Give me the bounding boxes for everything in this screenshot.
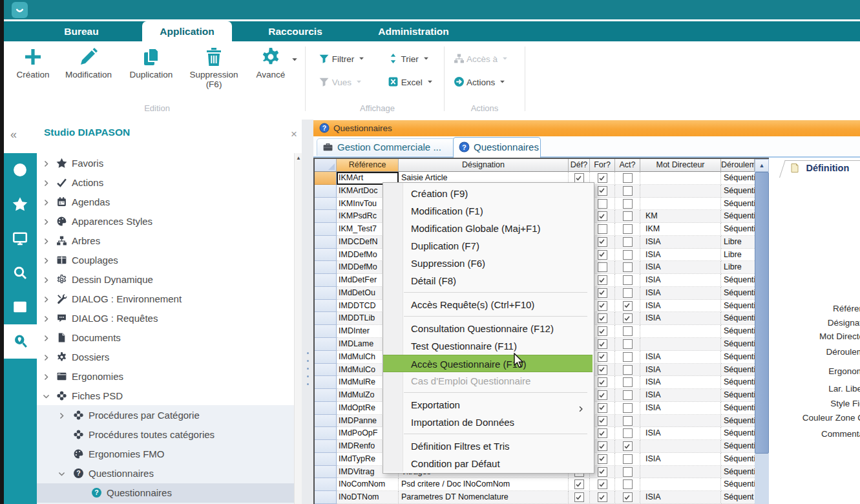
duplication-button[interactable]: Duplication bbox=[121, 47, 181, 79]
checkbox-unchecked[interactable] bbox=[623, 186, 633, 196]
checkbox-unchecked[interactable] bbox=[623, 326, 633, 336]
cell-deroulement[interactable]: Séquenti bbox=[721, 415, 755, 428]
suppression-button[interactable]: Suppression(F6) bbox=[182, 47, 246, 89]
cell-mot-directeur[interactable] bbox=[640, 478, 721, 491]
definition-tab[interactable]: Définition bbox=[790, 162, 849, 174]
chevron-right-icon[interactable] bbox=[42, 236, 50, 245]
row-selector[interactable] bbox=[315, 351, 337, 364]
cell-mot-directeur[interactable] bbox=[640, 325, 721, 338]
cell-deroulement[interactable]: Séquenti bbox=[721, 453, 755, 466]
panel-splitter[interactable] bbox=[302, 120, 313, 504]
checkbox-unchecked[interactable] bbox=[623, 173, 633, 183]
cell-deroulement[interactable]: Séquent bbox=[721, 491, 755, 504]
menu-item-acc-s-requ-te-s-ctrl-f10[interactable]: Accès Requête(s) (Ctrl+F10) bbox=[383, 296, 593, 313]
checkbox-unchecked[interactable] bbox=[623, 211, 633, 221]
row-selector[interactable] bbox=[315, 185, 337, 198]
ribbon-tab-bureau[interactable]: Bureau bbox=[43, 21, 120, 41]
checkbox-checked[interactable] bbox=[598, 250, 607, 260]
chevron-right-icon[interactable] bbox=[42, 159, 50, 167]
tree-item-agendas[interactable]: Agendas bbox=[37, 193, 294, 212]
cell-mot-directeur[interactable] bbox=[640, 172, 721, 185]
cr-ation-button[interactable]: Création bbox=[8, 47, 58, 79]
cell-mot-directeur[interactable] bbox=[640, 338, 721, 351]
chevron-right-icon[interactable] bbox=[42, 217, 50, 226]
cell-deroulement[interactable]: Séquenti bbox=[721, 274, 755, 287]
cell-deroulement[interactable]: Séquenti bbox=[721, 287, 755, 300]
cell-mot-directeur[interactable]: ISIA bbox=[640, 453, 721, 466]
checkbox-unchecked[interactable] bbox=[623, 403, 633, 413]
cell-mot-directeur[interactable] bbox=[640, 415, 721, 428]
checkbox-unchecked[interactable] bbox=[623, 250, 633, 260]
checkbox-checked[interactable] bbox=[623, 313, 633, 323]
ribbon-tab-administration[interactable]: Administration bbox=[369, 21, 458, 41]
menu-item-d-finition-filtres-et-tris[interactable]: Définition Filtres et Tris bbox=[383, 437, 593, 455]
checkbox-unchecked[interactable] bbox=[623, 377, 633, 387]
checkbox-checked[interactable] bbox=[574, 173, 584, 183]
menu-item-acc-s-questionnaire-f10[interactable]: Accès Questionnaire (F10) bbox=[383, 355, 593, 372]
chevron-right-icon[interactable] bbox=[42, 372, 50, 381]
cell-deroulement[interactable]: Séquenti bbox=[721, 312, 755, 325]
cell-deroulement[interactable]: Séquenti bbox=[721, 185, 755, 198]
menu-item-importation-de-donn-es[interactable]: Importation de Données bbox=[383, 414, 593, 431]
checkbox-checked[interactable] bbox=[598, 403, 607, 413]
checkbox-checked[interactable] bbox=[598, 313, 607, 323]
checkbox-checked[interactable] bbox=[623, 301, 633, 311]
chevron-right-icon[interactable] bbox=[42, 178, 50, 187]
checkbox-unchecked[interactable] bbox=[623, 275, 633, 285]
sidebar-close-icon[interactable]: × bbox=[291, 128, 297, 141]
checkbox-checked[interactable] bbox=[623, 492, 633, 502]
checkbox-checked[interactable] bbox=[598, 390, 607, 400]
checkbox-checked[interactable] bbox=[598, 352, 607, 362]
cell-mot-directeur[interactable]: ISIA bbox=[640, 427, 721, 440]
checkbox-checked[interactable] bbox=[598, 326, 607, 336]
ribbon-tab-application[interactable]: Application bbox=[142, 21, 232, 41]
menu-item-condition-par-d-faut[interactable]: Condition par Défaut bbox=[383, 455, 593, 472]
checkbox-unchecked[interactable] bbox=[623, 224, 633, 234]
row-selector[interactable] bbox=[315, 376, 337, 389]
row-selector[interactable] bbox=[315, 249, 337, 262]
checkbox-checked[interactable] bbox=[598, 454, 607, 464]
row-selector[interactable] bbox=[315, 261, 337, 274]
tree-item-couplages[interactable]: Couplages bbox=[37, 251, 294, 270]
tree-item-arbres[interactable]: Arbres bbox=[37, 231, 294, 251]
cell-deroulement[interactable]: Séquenti bbox=[721, 427, 755, 440]
cell-mot-directeur[interactable]: KM bbox=[640, 210, 721, 223]
chevron-right-icon[interactable] bbox=[42, 256, 50, 264]
modification-button[interactable]: Modification bbox=[56, 47, 121, 79]
checkbox-unchecked[interactable] bbox=[623, 479, 633, 489]
tree-item-favoris[interactable]: Favoris bbox=[37, 154, 294, 173]
checkbox-checked[interactable] bbox=[598, 416, 607, 426]
column-header-mot-directeur[interactable]: Mot Directeur bbox=[640, 159, 721, 172]
row-selector[interactable] bbox=[315, 478, 337, 491]
table-row-inocomnom[interactable]: INoComNomPsd critere / Doc INoComNomSéqu… bbox=[315, 478, 769, 491]
checkbox-unchecked[interactable] bbox=[623, 390, 633, 400]
checkbox-checked[interactable] bbox=[598, 237, 607, 247]
checkbox-unchecked[interactable] bbox=[598, 262, 607, 272]
checkbox-checked[interactable] bbox=[598, 173, 607, 183]
cell-deroulement[interactable]: Séquenti bbox=[721, 376, 755, 389]
cell-deroulement[interactable]: Séquenti bbox=[721, 338, 755, 351]
checkbox-checked[interactable] bbox=[598, 479, 607, 489]
caret-down-icon[interactable] bbox=[291, 54, 299, 62]
column-header-r-f-rence[interactable]: Référence bbox=[337, 159, 399, 172]
checkbox-unchecked[interactable] bbox=[623, 428, 633, 438]
cell-deroulement[interactable]: Séquenti bbox=[721, 223, 755, 236]
tree-item-actions[interactable]: Actions bbox=[37, 173, 294, 193]
row-selector[interactable] bbox=[315, 415, 337, 428]
menu-item-cr-ation-f9[interactable]: Création (F9) bbox=[383, 185, 593, 202]
modules-icon[interactable] bbox=[4, 153, 37, 187]
chevron-right-icon[interactable] bbox=[42, 198, 50, 206]
tree-item-dialog-requ-tes[interactable]: DIALOG : Requêtes bbox=[37, 309, 294, 328]
app-logo-icon[interactable] bbox=[12, 2, 28, 18]
menu-item-exportation[interactable]: Exportation bbox=[383, 396, 593, 414]
cell-deroulement[interactable]: Séquenti bbox=[721, 478, 755, 491]
cell-mot-directeur[interactable]: ISIA bbox=[640, 491, 721, 504]
row-selector[interactable] bbox=[315, 210, 337, 223]
checkbox-checked[interactable] bbox=[598, 301, 607, 311]
cell-reference[interactable]: INoComNom bbox=[337, 478, 399, 491]
row-selector[interactable] bbox=[315, 325, 337, 338]
checkbox-unchecked[interactable] bbox=[623, 365, 633, 375]
cell-mot-directeur[interactable]: ISIA bbox=[640, 300, 721, 313]
row-selector[interactable] bbox=[315, 491, 337, 504]
excel-button[interactable]: Excel bbox=[388, 76, 434, 90]
